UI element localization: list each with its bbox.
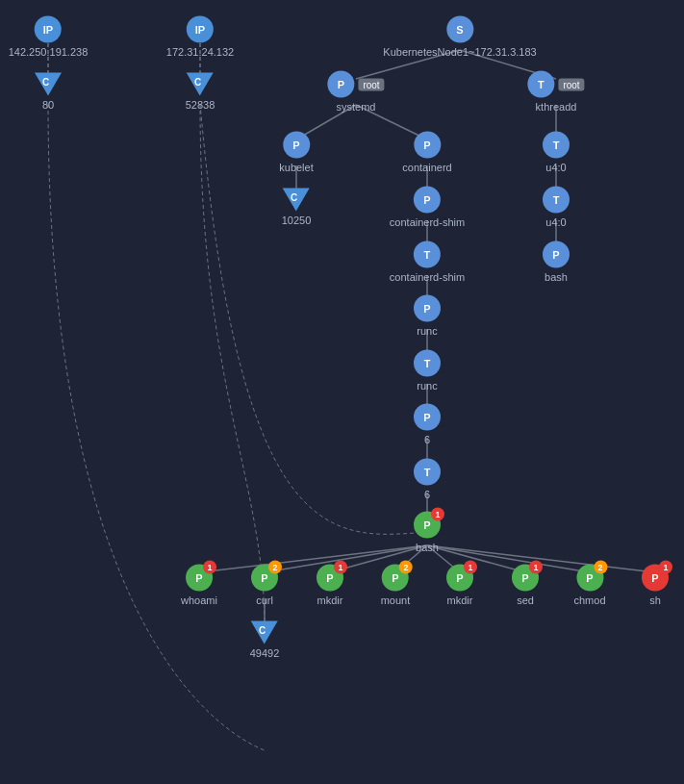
edges-svg	[0, 0, 684, 784]
s1-circle: S	[446, 16, 473, 43]
node-t-6[interactable]: T 6	[414, 459, 441, 500]
node-p-mkdir2[interactable]: P 1 mkdir	[446, 565, 473, 606]
node-p-6[interactable]: P 6	[414, 404, 441, 445]
node-t-u40-2[interactable]: T u4:0	[543, 187, 570, 228]
node-p-curl[interactable]: P 2 curl	[251, 565, 278, 606]
sed-badge: 1	[529, 561, 543, 574]
curl-badge: 2	[268, 561, 282, 574]
node-p-sh[interactable]: P 1 sh	[642, 565, 669, 606]
chmod-badge: 2	[594, 561, 607, 574]
node-t-kthreadd[interactable]: T root kthreadd	[527, 71, 584, 113]
node-p-whoami[interactable]: P 1 whoami	[181, 565, 217, 606]
node-p-mount[interactable]: P 2 mount	[381, 565, 411, 606]
t-kthreadd-circle: T	[527, 71, 554, 98]
mkdir2-badge: 1	[464, 561, 477, 574]
node-p-bash-top[interactable]: P bash	[543, 241, 570, 283]
node-t-runc[interactable]: T runc	[414, 350, 441, 392]
node-p-sed[interactable]: P 1 sed	[512, 565, 539, 606]
node-p-mkdir1[interactable]: P 1 mkdir	[317, 565, 343, 606]
node-p-runc1[interactable]: P runc	[414, 295, 441, 337]
p-systemd-circle: P	[327, 71, 354, 98]
mount-badge: 2	[399, 561, 413, 574]
node-c-10250[interactable]: C 10250	[282, 189, 312, 226]
sh-badge: 1	[659, 561, 672, 574]
node-ip2[interactable]: IP 172.31.24.132	[166, 16, 234, 58]
node-ip1[interactable]: IP 142.250.191.238	[9, 16, 89, 58]
node-c-49492[interactable]: C 49492	[250, 621, 280, 659]
node-p-systemd[interactable]: P root systemd	[327, 71, 384, 113]
ip1-circle: IP	[35, 16, 62, 43]
node-p-containerd-shim1[interactable]: P containerd-shim	[390, 187, 465, 228]
bash-badge: 1	[431, 508, 444, 521]
node-s1[interactable]: S KubernetesNode1~172.31.3.183	[383, 16, 536, 58]
node-c1[interactable]: C 80	[35, 73, 62, 111]
node-p-bash[interactable]: P 1 bash	[414, 512, 441, 553]
ip2-circle: IP	[187, 16, 214, 43]
node-p-chmod[interactable]: P 2 chmod	[573, 565, 605, 606]
graph-container: IP 142.250.191.238 IP 172.31.24.132 S Ku…	[0, 0, 684, 784]
mkdir1-badge: 1	[334, 561, 347, 574]
node-p-kubelet[interactable]: P kubelet	[279, 132, 313, 173]
whoami-badge: 1	[203, 561, 216, 574]
node-t-containerd-shim[interactable]: T containerd-shim	[390, 241, 465, 283]
node-t-u40-1[interactable]: T u4:0	[543, 132, 570, 173]
node-c2[interactable]: C 52838	[186, 73, 215, 111]
node-p-containerd[interactable]: P containerd	[402, 132, 451, 173]
